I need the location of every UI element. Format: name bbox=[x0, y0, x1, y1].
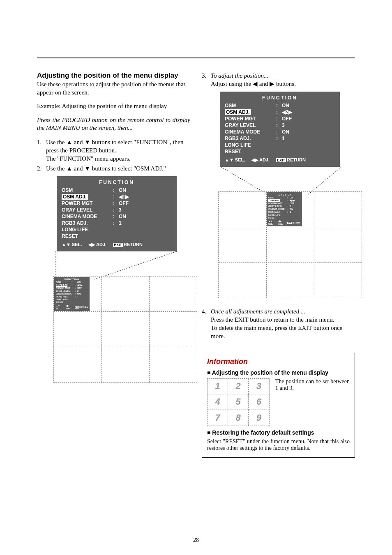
grid-pos-4: 4 bbox=[208, 394, 228, 410]
info-desc: The position can be set between 1 and 9. bbox=[275, 378, 350, 391]
return-indicator: EXITRETURN bbox=[113, 242, 143, 247]
section-heading-left: Adjusting the position of the menu displ… bbox=[37, 71, 190, 80]
step2-part-a: Use the bbox=[46, 165, 66, 172]
osd-row-label: RESET bbox=[62, 233, 113, 239]
updown-icon: ▲▼ bbox=[62, 242, 71, 247]
osd-row-label: POWER MGT bbox=[225, 116, 276, 122]
information-box: Information Adjusting the position of th… bbox=[202, 353, 355, 458]
osd-row-label-selected: OSM ADJ. bbox=[225, 109, 251, 115]
svg-line-2 bbox=[221, 167, 268, 195]
osd-row-label: OSM bbox=[62, 187, 113, 193]
svg-line-1 bbox=[95, 251, 177, 279]
grid-cell-2: FUNCTION OSM:ON OSM ADJ.:◀1▶ POWER MGT:O… bbox=[266, 191, 314, 227]
info-title: Information bbox=[207, 357, 350, 366]
sel-indicator: ▲▼ SEL. bbox=[225, 157, 245, 162]
horizontal-rule bbox=[37, 58, 355, 58]
osd-menu-right: FUNCTION OSM:ON OSM ADJ.:◀2▶ POWER MGT:O… bbox=[220, 92, 340, 167]
osd-tiny-right: FUNCTION OSM:ON OSM ADJ.:◀1▶ POWER MGT:O… bbox=[267, 192, 302, 226]
grid-pos-8: 8 bbox=[228, 410, 249, 426]
grid-pos-9: 9 bbox=[249, 410, 269, 426]
grid-cell-1: FUNCTION OSM:ON OSM ADJ.:◀1▶ POWER MGT:O… bbox=[53, 276, 101, 311]
osd-row-val: ON bbox=[282, 103, 289, 108]
grid-pos-3: 3 bbox=[249, 379, 269, 394]
osd-title: FUNCTION bbox=[62, 180, 172, 185]
step4-part-b: To delete the main menu, press the EXIT … bbox=[211, 325, 342, 339]
step-1: 1. Use the ▲ and ▼ buttons to select "FU… bbox=[37, 138, 190, 163]
intro-text: Use these operations to adjust the posit… bbox=[37, 81, 190, 97]
leader-lines-right bbox=[218, 167, 362, 191]
osd-row-label: POWER MGT bbox=[62, 200, 113, 206]
position-number-grid: 1 2 3 4 5 6 7 8 9 bbox=[207, 378, 270, 426]
step1-part-d: The "FUNCTION" menu appears. bbox=[46, 155, 131, 162]
osd-menu-left: FUNCTION OSM:ON OSM ADJ.:◀1▶ POWER MGT:O… bbox=[57, 176, 177, 251]
left-triangle-icon: ◀ bbox=[253, 80, 258, 87]
osd-tiny-left: FUNCTION OSM:ON OSM ADJ.:◀1▶ POWER MGT:O… bbox=[54, 277, 90, 311]
step3-label: To adjust the position... bbox=[211, 72, 268, 79]
info-subheading-1: Adjusting the position of the menu displ… bbox=[207, 369, 350, 376]
osd-row-label: RGB3 ADJ. bbox=[62, 220, 113, 226]
osd-row-label: LONG LIFE bbox=[62, 227, 113, 233]
return-indicator: EXITRETURN bbox=[276, 157, 306, 162]
step2-part-c: buttons to select "OSM ADJ." bbox=[90, 165, 166, 172]
step-3: 3. To adjust the position... Adjust usin… bbox=[202, 71, 355, 88]
info-restore-text: Select "RESET" under the function menu. … bbox=[207, 438, 350, 451]
osd-row-label: RESET bbox=[225, 149, 276, 154]
step3-part-b: and bbox=[258, 81, 270, 87]
step4-label: Once all adjustments are completed ... bbox=[211, 308, 305, 315]
osd-row-label: GRAY LEVEL bbox=[225, 122, 276, 128]
step-4: 4. Once all adjustments are completed ..… bbox=[202, 307, 355, 341]
osd-row-label: OSM bbox=[225, 103, 276, 108]
grid-pos-5: 5 bbox=[228, 394, 249, 410]
osd-row-val: OFF bbox=[119, 200, 129, 206]
exit-badge: EXIT bbox=[113, 243, 123, 247]
osd-row-label: RGB3 ADJ. bbox=[225, 136, 276, 141]
osd-footer: ▲▼ SEL. ◀▶ ADJ. EXITRETURN bbox=[225, 157, 335, 163]
step2-part-b: and bbox=[72, 165, 84, 172]
osd-row-label: CINEMA MODE bbox=[225, 129, 276, 135]
info-subheading-2: Restoring the factory default settings bbox=[207, 429, 350, 436]
down-triangle-icon: ▼ bbox=[84, 165, 90, 172]
osd-row-val: 3 bbox=[282, 122, 285, 128]
screen-grid-left: FUNCTION OSM:ON OSM ADJ.:◀1▶ POWER MGT:O… bbox=[53, 276, 197, 383]
osd-row-val: ON bbox=[119, 214, 126, 219]
osd-adj-val: ◀2▶ bbox=[282, 109, 292, 115]
step-2: 2. Use the ▲ and ▼ buttons to select "OS… bbox=[37, 164, 190, 173]
updown-icon: ▲▼ bbox=[225, 157, 234, 162]
osd-row-val: ON bbox=[282, 129, 289, 135]
osd-row-label: LONG LIFE bbox=[225, 142, 276, 148]
osd-adj-val: ◀1▶ bbox=[119, 194, 129, 200]
osd-row-val: 3 bbox=[119, 207, 122, 213]
right-triangle-icon: ▶ bbox=[270, 80, 274, 87]
grid-pos-1: 1 bbox=[208, 379, 228, 394]
step1-part-a: Use the bbox=[46, 139, 66, 145]
down-triangle-icon: ▼ bbox=[84, 138, 90, 145]
osd-row-label: CINEMA MODE bbox=[62, 214, 113, 219]
exit-badge: EXIT bbox=[276, 158, 286, 162]
grid-pos-6: 6 bbox=[249, 394, 269, 410]
step3-part-a: Adjust using the bbox=[211, 81, 253, 87]
example-text: Example: Adjusting the position of the m… bbox=[37, 102, 190, 111]
osd-row-val: ON bbox=[119, 187, 126, 193]
osd-title: FUNCTION bbox=[225, 95, 335, 101]
grid-pos-7: 7 bbox=[208, 410, 228, 426]
osd-row-label-selected: OSM ADJ. bbox=[62, 194, 88, 200]
adj-indicator: ◀▶ ADJ. bbox=[88, 242, 106, 247]
osd-footer: ▲▼ SEL. ◀▶ ADJ. EXITRETURN bbox=[62, 242, 172, 247]
osd-row-val: OFF bbox=[282, 116, 292, 122]
page-number: 28 bbox=[0, 537, 392, 543]
step3-part-c: buttons. bbox=[274, 81, 296, 87]
adj-indicator: ◀▶ ADJ. bbox=[251, 157, 270, 163]
press-proceed-text: Press the PROCEED button on the remote c… bbox=[37, 116, 190, 132]
osd-row-val: 1 bbox=[282, 136, 285, 141]
osd-row-val: 1 bbox=[119, 220, 122, 226]
screen-grid-right: FUNCTION OSM:ON OSM ADJ.:◀1▶ POWER MGT:O… bbox=[218, 191, 362, 298]
up-triangle-icon: ▲ bbox=[66, 165, 72, 172]
leftright-icon: ◀▶ bbox=[251, 157, 258, 162]
sel-indicator: ▲▼ SEL. bbox=[62, 242, 82, 247]
step4-part-a: Press the EXIT button to return to the m… bbox=[211, 316, 334, 323]
svg-line-3 bbox=[308, 167, 341, 195]
grid-pos-2: 2 bbox=[228, 379, 249, 394]
leader-lines-left bbox=[53, 251, 197, 276]
leftright-icon: ◀▶ bbox=[88, 242, 95, 247]
up-triangle-icon: ▲ bbox=[66, 138, 72, 145]
